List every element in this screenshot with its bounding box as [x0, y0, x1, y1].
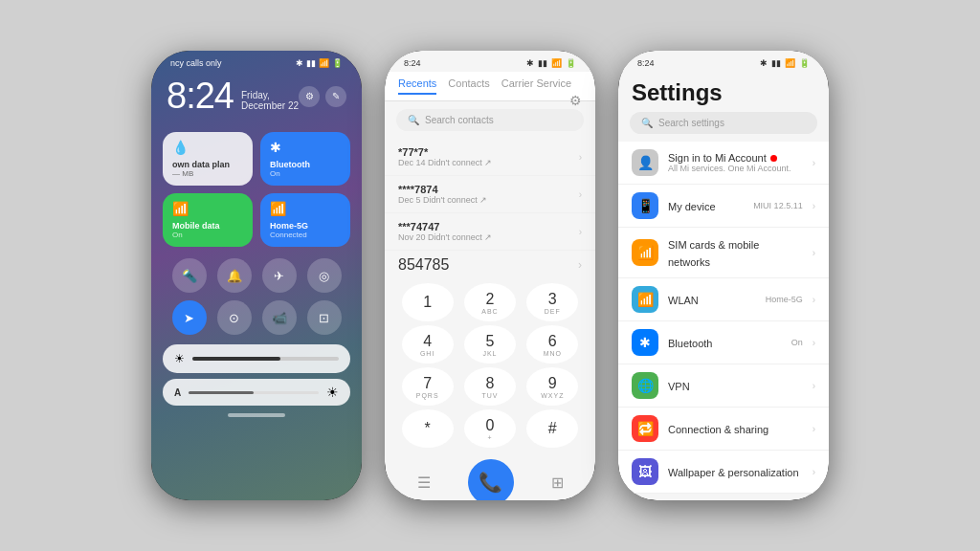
settings-item-wlan[interactable]: 📶 WLAN Home-5G ›	[618, 278, 829, 321]
vpn-text: VPN	[668, 377, 803, 394]
dialer-tabs: Recents Contacts Carrier Service	[385, 72, 595, 101]
dnd-btn[interactable]: ⊙	[217, 300, 252, 335]
settings-item-bluetooth[interactable]: ✱ Bluetooth On ›	[618, 321, 829, 364]
recent-item-2[interactable]: ****7874 Dec 5 Didn't connect ↗ ›	[385, 176, 595, 213]
scan-btn[interactable]: ⊡	[307, 300, 342, 335]
focus-btn[interactable]: ◎	[307, 258, 342, 293]
settings-page-title: Settings	[618, 72, 829, 112]
vpn-arrow: ›	[813, 381, 815, 391]
status-bar-3: 8:24 ✱ ▮▮ 📶 🔋	[618, 51, 829, 72]
settings-item-wallpaper[interactable]: 🖼 Wallpaper & personalization ›	[618, 451, 829, 494]
phone-settings: 8:24 ✱ ▮▮ 📶 🔋 Settings 🔍 Search settings	[618, 51, 829, 500]
wallpaper-label: Wallpaper & personalization	[668, 467, 799, 478]
bluetooth-tile[interactable]: ✱ Bluetooth On	[260, 132, 350, 186]
time-row: 8:24 Friday, December 22 ⚙ ✎	[151, 72, 362, 124]
wallpaper-arrow: ›	[813, 467, 815, 477]
connection-text: Connection & sharing	[668, 420, 803, 437]
flashlight-btn[interactable]: 🔦	[172, 258, 207, 293]
wallpaper-icon: 🖼	[632, 458, 658, 485]
settings-bluetooth-icon: ✱	[632, 329, 658, 356]
sim-label: SIM cards & mobile networks	[668, 239, 759, 268]
bluetooth-text: Bluetooth	[668, 334, 782, 351]
key-2-wrapper: 2 ABC	[460, 283, 519, 321]
settings-wifi-icon: 📶	[785, 58, 795, 68]
dialer-signal-icon: ▮▮	[538, 58, 547, 68]
dialer-wifi-icon: 📶	[551, 58, 562, 68]
settings-search-placeholder: Search settings	[658, 118, 724, 128]
call-button[interactable]: 📞	[468, 459, 514, 500]
settings-battery-icon: 🔋	[799, 58, 810, 68]
keypad-icon[interactable]: ⊞	[551, 474, 564, 492]
data-tile[interactable]: 💧 own data plan — MB	[163, 132, 253, 186]
mi-account-label: Sign in to Mi Account	[668, 152, 767, 164]
bell-btn[interactable]: 🔔	[217, 258, 252, 293]
dialer-settings-icon[interactable]: ⚙	[569, 93, 582, 108]
key-1-wrapper: 1	[398, 283, 457, 321]
edit-icon[interactable]: ✎	[325, 86, 346, 107]
wifi-tile[interactable]: 📶 Home-5G Connected	[260, 193, 350, 247]
tab-recents[interactable]: Recents	[398, 77, 436, 95]
settings-item-connection[interactable]: 🔁 Connection & sharing ›	[618, 408, 829, 451]
bluetooth-label: Bluetooth	[668, 338, 712, 349]
status-calls: ncy calls only	[170, 58, 222, 68]
data-icon: 💧	[172, 140, 243, 155]
key-5[interactable]: 5 JKL	[464, 325, 516, 364]
settings-icon[interactable]: ⚙	[299, 86, 320, 107]
tab-contacts[interactable]: Contacts	[448, 77, 489, 95]
bluetooth-tile-icon: ✱	[270, 140, 341, 155]
my-device-text: My device	[668, 197, 744, 214]
key-1[interactable]: 1	[402, 283, 454, 321]
key-hash[interactable]: #	[526, 409, 578, 448]
key-hash-wrapper: #	[523, 409, 582, 448]
key-8[interactable]: 8 TUV	[464, 367, 516, 406]
battery-icon: 🔋	[332, 58, 343, 68]
data-subtitle: — MB	[172, 169, 243, 178]
recent-arrow-1: ›	[579, 152, 582, 163]
recent-number-3: ***74747	[398, 221, 492, 232]
key-6[interactable]: 6 MNO	[526, 325, 578, 364]
mobile-data-tile[interactable]: 📶 Mobile data On	[163, 193, 253, 247]
airplane-btn[interactable]: ✈	[262, 258, 297, 293]
key-6-wrapper: 6 MNO	[523, 325, 582, 364]
contact-search[interactable]: 🔍 Search contacts	[396, 109, 584, 131]
status-bar-1: ncy calls only ✱ ▮▮ 📶 🔋	[151, 51, 362, 72]
brightness-control[interactable]: ☀	[163, 344, 350, 373]
settings-item-vpn[interactable]: 🌐 VPN ›	[618, 364, 829, 408]
text-size-row[interactable]: A ☀	[163, 379, 350, 406]
key-0[interactable]: 0 +	[464, 409, 516, 448]
settings-time: 8:24	[637, 58, 655, 68]
key-2[interactable]: 2 ABC	[464, 283, 516, 321]
font-small-icon: A	[174, 387, 181, 398]
key-star[interactable]: *	[402, 409, 454, 448]
dialer-header: Recents Contacts Carrier Service ⚙	[385, 72, 595, 101]
sun-icon: ☀	[174, 352, 185, 365]
key-7[interactable]: 7 PQRS	[402, 367, 454, 406]
tab-carrier[interactable]: Carrier Service	[501, 77, 571, 95]
settings-item-sim[interactable]: 📶 SIM cards & mobile networks ›	[618, 228, 829, 278]
recent-number-2: ****7874	[398, 184, 487, 195]
key-3[interactable]: 3 DEF	[526, 283, 578, 321]
settings-search-icon: 🔍	[641, 118, 653, 128]
location-btn[interactable]: ➤	[172, 300, 207, 335]
sim-icon: 📶	[632, 239, 658, 266]
recent-item-3[interactable]: ***74747 Nov 20 Didn't connect ↗ ›	[385, 213, 595, 251]
recent-arrow-2: ›	[579, 189, 582, 200]
dial-display-row: 854785 ›	[385, 251, 595, 279]
vpn-icon: 🌐	[632, 372, 658, 399]
notification-dot	[770, 155, 777, 162]
recent-item-1[interactable]: *77*7* Dec 14 Didn't connect ↗ ›	[385, 139, 595, 176]
dial-number-display: 854785	[398, 256, 449, 274]
mi-account-arrow: ›	[813, 158, 815, 168]
camera-btn[interactable]: 📹	[262, 300, 297, 335]
settings-search-bar[interactable]: 🔍 Search settings	[630, 112, 817, 134]
connection-label: Connection & sharing	[668, 424, 768, 435]
key-9[interactable]: 9 WXYZ	[526, 367, 578, 406]
icon-row-1: 🔦 🔔 ✈ ◎	[151, 254, 362, 297]
settings-item-mi-account[interactable]: 👤 Sign in to Mi Account All Mi services.…	[618, 142, 829, 185]
bluetooth-arrow: ›	[813, 338, 815, 348]
settings-item-my-device[interactable]: 📱 My device MIUI 12.5.11 ›	[618, 185, 829, 228]
data-title: own data plan	[172, 160, 243, 169]
menu-icon[interactable]: ☰	[417, 474, 431, 492]
wlan-icon: 📶	[632, 286, 658, 313]
key-4[interactable]: 4 GHI	[402, 325, 454, 364]
